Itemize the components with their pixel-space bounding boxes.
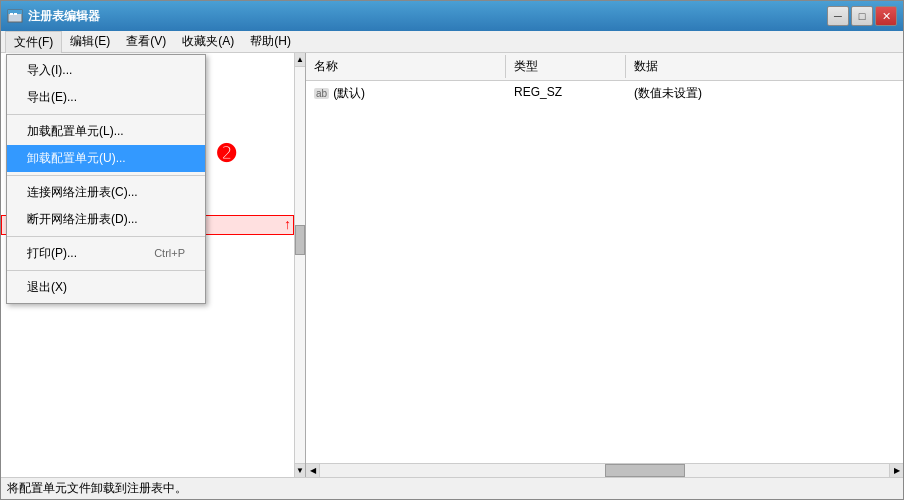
td-type-value: REG_SZ bbox=[514, 85, 562, 99]
menu-connect-network[interactable]: 连接网络注册表(C)... bbox=[7, 179, 205, 206]
menu-export[interactable]: 导出(E)... bbox=[7, 84, 205, 111]
menu-print[interactable]: 打印(P)... Ctrl+P bbox=[7, 240, 205, 267]
table-row[interactable]: ab (默认) REG_SZ (数值未设置) bbox=[306, 81, 903, 106]
menu-unload-hive[interactable]: 卸载配置单元(U)... ➋ bbox=[7, 145, 205, 172]
menu-favorites[interactable]: 收藏夹(A) bbox=[174, 31, 242, 52]
th-name[interactable]: 名称 bbox=[306, 55, 506, 78]
close-button[interactable]: ✕ bbox=[875, 6, 897, 26]
td-type: REG_SZ bbox=[506, 83, 626, 104]
separator-3 bbox=[7, 236, 205, 237]
red-cursor-annotation: ↑ bbox=[284, 216, 291, 232]
scroll-up-button[interactable]: ▲ bbox=[295, 53, 305, 67]
app-icon bbox=[7, 8, 23, 24]
td-name: ab (默认) bbox=[306, 83, 506, 104]
title-bar-buttons: ─ □ ✕ bbox=[827, 6, 897, 26]
scroll-left-button[interactable]: ◀ bbox=[306, 464, 320, 477]
th-data[interactable]: 数据 bbox=[626, 55, 903, 78]
th-type[interactable]: 类型 bbox=[506, 55, 626, 78]
scroll-down-button[interactable]: ▼ bbox=[295, 463, 305, 477]
minimize-button[interactable]: ─ bbox=[827, 6, 849, 26]
scroll-thumb[interactable] bbox=[295, 225, 305, 255]
menu-file[interactable]: 文件(F) 导入(I)... 导出(E)... 加载配置单元(L)... 卸载配… bbox=[5, 31, 62, 53]
status-text: 将配置单元文件卸载到注册表中。 bbox=[7, 480, 187, 497]
maximize-button[interactable]: □ bbox=[851, 6, 873, 26]
right-panel: 名称 类型 数据 ab (默认) REG_SZ (数值未设置) bbox=[306, 53, 903, 477]
menu-exit[interactable]: 退出(X) bbox=[7, 274, 205, 301]
td-data-value: (数值未设置) bbox=[634, 86, 702, 100]
h-scroll-track bbox=[320, 464, 889, 477]
h-scroll-thumb[interactable] bbox=[605, 464, 685, 477]
scroll-right-button[interactable]: ▶ bbox=[889, 464, 903, 477]
title-bar: 注册表编辑器 ─ □ ✕ bbox=[1, 1, 903, 31]
status-bar: 将配置单元文件卸载到注册表中。 bbox=[1, 477, 903, 499]
menu-view[interactable]: 查看(V) bbox=[118, 31, 174, 52]
menu-help[interactable]: 帮助(H) bbox=[242, 31, 299, 52]
main-window: 注册表编辑器 ─ □ ✕ 文件(F) 导入(I)... 导出(E)... 加载配… bbox=[0, 0, 904, 500]
menu-load-hive[interactable]: 加载配置单元(L)... bbox=[7, 118, 205, 145]
tree-scrollbar[interactable]: ▲ ▼ bbox=[294, 53, 305, 477]
table-header: 名称 类型 数据 bbox=[306, 53, 903, 81]
menu-disconnect-network[interactable]: 断开网络注册表(D)... bbox=[7, 206, 205, 233]
title-bar-left: 注册表编辑器 bbox=[7, 8, 100, 25]
svg-rect-3 bbox=[14, 13, 17, 15]
td-data: (数值未设置) bbox=[626, 83, 903, 104]
menu-bar: 文件(F) 导入(I)... 导出(E)... 加载配置单元(L)... 卸载配… bbox=[1, 31, 903, 53]
menu-edit[interactable]: 编辑(E) bbox=[62, 31, 118, 52]
separator-2 bbox=[7, 175, 205, 176]
table-body: ab (默认) REG_SZ (数值未设置) bbox=[306, 81, 903, 463]
td-name-value: (默认) bbox=[333, 85, 365, 102]
value-type-badge: ab bbox=[314, 88, 329, 99]
window-title: 注册表编辑器 bbox=[28, 8, 100, 25]
svg-rect-2 bbox=[10, 13, 13, 15]
file-dropdown: 导入(I)... 导出(E)... 加载配置单元(L)... 卸载配置单元(U)… bbox=[6, 54, 206, 304]
separator-1 bbox=[7, 114, 205, 115]
bottom-scrollbar[interactable]: ◀ ▶ bbox=[306, 463, 903, 477]
menu-import[interactable]: 导入(I)... bbox=[7, 57, 205, 84]
scroll-track bbox=[295, 67, 305, 463]
separator-4 bbox=[7, 270, 205, 271]
